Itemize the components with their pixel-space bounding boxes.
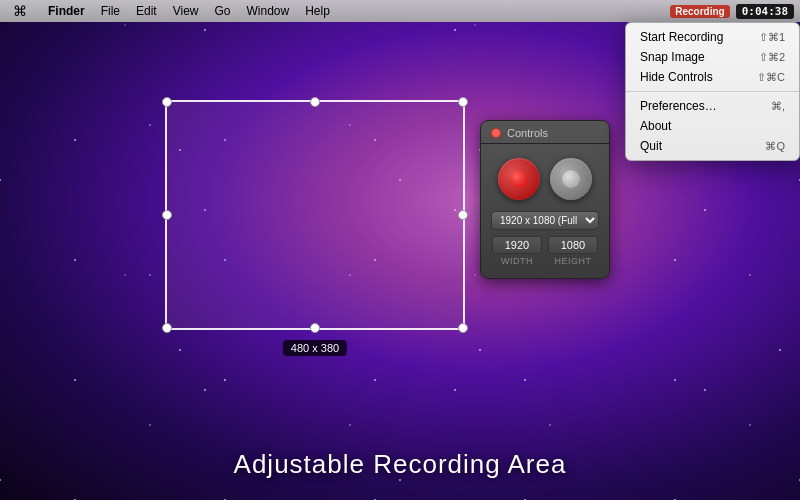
menu-about[interactable]: About <box>626 116 799 136</box>
handle-bottom-left[interactable] <box>162 323 172 333</box>
dimension-row: WIDTH HEIGHT <box>481 236 609 266</box>
handle-top-middle[interactable] <box>310 97 320 107</box>
handle-middle-right[interactable] <box>458 210 468 220</box>
controls-title: Controls <box>507 127 548 139</box>
record-button[interactable] <box>498 158 540 200</box>
controls-buttons <box>481 144 609 210</box>
snap-button[interactable] <box>550 158 592 200</box>
desktop: ⌘ Finder File Edit View Go Window Help R… <box>0 0 800 500</box>
handle-top-right[interactable] <box>458 97 468 107</box>
menu-quit[interactable]: Quit ⌘Q <box>626 136 799 156</box>
size-label: 480 x 380 <box>283 340 347 356</box>
menubar-right: Recording 0:04:38 <box>670 4 800 19</box>
menu-hide-controls[interactable]: Hide Controls ⇧⌘C <box>626 67 799 87</box>
time-display: 0:04:38 <box>736 4 794 19</box>
record-icon <box>510 170 528 188</box>
handle-bottom-middle[interactable] <box>310 323 320 333</box>
menu-edit[interactable]: Edit <box>128 0 165 22</box>
handle-top-left[interactable] <box>162 97 172 107</box>
dropdown-menu: Start Recording ⇧⌘1 Snap Image ⇧⌘2 Hide … <box>625 22 800 161</box>
menu-go[interactable]: Go <box>207 0 239 22</box>
recording-area[interactable]: 480 x 380 <box>165 100 465 330</box>
height-box: HEIGHT <box>548 236 598 266</box>
menu-start-recording[interactable]: Start Recording ⇧⌘1 <box>626 27 799 47</box>
menu-view[interactable]: View <box>165 0 207 22</box>
width-input[interactable] <box>492 236 542 254</box>
menu-preferences[interactable]: Preferences… ⌘, <box>626 96 799 116</box>
menu-finder[interactable]: Finder <box>40 0 93 22</box>
resolution-select[interactable]: 1920 x 1080 (Full HD) <box>491 211 599 230</box>
width-label: WIDTH <box>501 256 533 266</box>
width-box: WIDTH <box>492 236 542 266</box>
apple-menu[interactable]: ⌘ <box>0 3 40 19</box>
height-input[interactable] <box>548 236 598 254</box>
recording-badge: Recording <box>670 5 729 18</box>
menu-help[interactable]: Help <box>297 0 338 22</box>
menubar: ⌘ Finder File Edit View Go Window Help R… <box>0 0 800 22</box>
controls-panel: Controls 1920 x 1080 (Full HD) WIDTH HEI… <box>480 120 610 279</box>
controls-header: Controls <box>481 121 609 144</box>
handle-bottom-right[interactable] <box>458 323 468 333</box>
menu-snap-image[interactable]: Snap Image ⇧⌘2 <box>626 47 799 67</box>
height-label: HEIGHT <box>554 256 591 266</box>
snap-icon <box>562 170 580 188</box>
menu-separator-1 <box>626 91 799 92</box>
menu-file[interactable]: File <box>93 0 128 22</box>
handle-middle-left[interactable] <box>162 210 172 220</box>
menu-window[interactable]: Window <box>239 0 298 22</box>
close-button[interactable] <box>491 128 501 138</box>
bottom-text: Adjustable Recording Area <box>0 449 800 480</box>
